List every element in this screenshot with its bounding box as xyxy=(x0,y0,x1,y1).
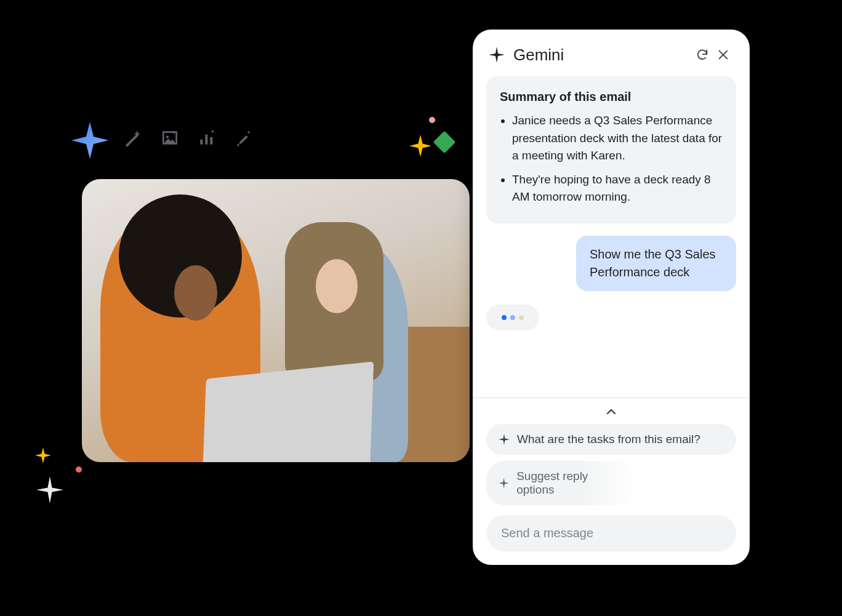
summary-heading: Summary of this email xyxy=(500,87,723,106)
suggestion-label: What are the tasks from this email? xyxy=(517,433,700,446)
sparkle-decoration-yellow xyxy=(35,447,51,463)
sparkle-decoration-blue xyxy=(71,122,108,159)
message-input[interactable] xyxy=(501,526,721,540)
magic-wand-icon xyxy=(123,128,143,148)
suggestion-label: Suggest reply options xyxy=(516,470,623,497)
ai-message-summary: Summary of this email Janice needs a Q3 … xyxy=(486,76,736,223)
refresh-icon xyxy=(696,48,709,62)
panel-header: Gemini xyxy=(473,30,750,74)
chart-sparkle-icon xyxy=(197,128,217,148)
close-button[interactable] xyxy=(713,44,734,65)
summary-bullet: Janice needs a Q3 Sales Performance pres… xyxy=(512,112,723,165)
sparkle-icon xyxy=(499,478,509,489)
suggestion-chip-reply[interactable]: Suggest reply options xyxy=(486,461,636,505)
user-message: Show me the Q3 Sales Performance deck xyxy=(576,236,736,291)
summary-bullet: They're hoping to have a deck ready 8 AM… xyxy=(512,171,723,206)
conversation-area: Summary of this email Janice needs a Q3 … xyxy=(473,74,750,398)
ai-loading-indicator xyxy=(486,305,539,330)
dot-decoration xyxy=(76,466,82,473)
gemini-logo-icon xyxy=(489,47,505,63)
diamond-decoration-green xyxy=(433,131,456,154)
panel-title: Gemini xyxy=(513,46,564,65)
sparkle-decoration-white xyxy=(36,474,63,506)
brush-sparkle-icon xyxy=(234,128,254,148)
chevron-up-icon[interactable] xyxy=(604,404,619,419)
sparkle-decoration-yellow-mid xyxy=(409,135,431,157)
message-composer[interactable] xyxy=(486,515,736,551)
close-icon xyxy=(716,48,730,62)
gemini-side-panel: Gemini Summary of this email Janice need… xyxy=(473,30,750,565)
dot-decoration xyxy=(429,117,435,123)
panel-bottom: What are the tasks from this email? Sugg… xyxy=(473,398,750,565)
sparkle-icon xyxy=(499,434,510,445)
ai-tools-icon-row xyxy=(123,128,254,148)
svg-point-0 xyxy=(166,136,169,138)
suggestion-chip-tasks[interactable]: What are the tasks from this email? xyxy=(486,424,736,455)
refresh-button[interactable] xyxy=(692,44,713,65)
hero-photo xyxy=(82,179,470,462)
image-sparkle-icon xyxy=(160,128,180,148)
